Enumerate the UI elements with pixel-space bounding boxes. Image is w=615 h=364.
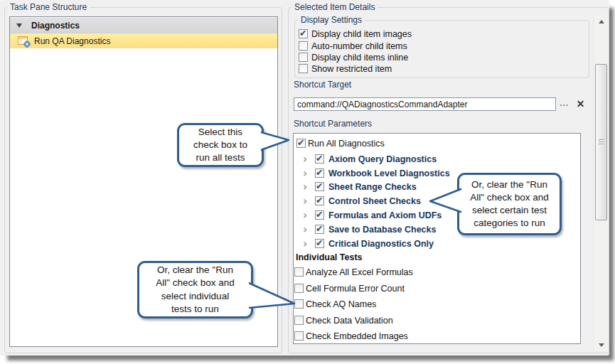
browse-button[interactable]: ... — [560, 98, 569, 108]
checkbox-label: Control Sheet Checks — [328, 196, 421, 206]
checkbox-label: Critical Diagnostics Only — [328, 239, 434, 249]
checkbox[interactable] — [315, 182, 324, 191]
chevron-right-icon[interactable]: › — [303, 197, 311, 205]
tree-item-diagnostics[interactable]: Diagnostics — [10, 18, 277, 33]
checkbox[interactable] — [315, 210, 324, 220]
checkbox-label: Check AQ Names — [306, 299, 376, 309]
tree-item-label: Run QA Diagnostics — [34, 36, 110, 46]
task-pane-structure-label: Task Pane Structure — [7, 2, 90, 12]
param-test-cell-formula-error-count[interactable]: Cell Formula Error Count — [294, 283, 405, 294]
checkbox[interactable] — [296, 139, 306, 148]
callout-categories: Or, clear the "Run All" check box and se… — [457, 173, 562, 235]
checkbox-label: Workbook Level Diagnostics — [328, 168, 450, 178]
chevron-right-icon[interactable]: › — [303, 225, 311, 234]
checkbox[interactable] — [294, 267, 304, 277]
checkbox[interactable] — [294, 316, 304, 325]
param-category-save-to-database-checks[interactable]: › Save to Database Checks — [303, 224, 436, 235]
scroll-down-button[interactable] — [594, 339, 609, 351]
callout-text: Or, clear the "Run All" check box and se… — [156, 264, 235, 315]
param-run-all-diagnostics[interactable]: Run All Diagnostics — [296, 138, 385, 149]
callout-tail-right-icon — [261, 130, 291, 152]
callout-run-all: Select this check box to run all tests — [177, 123, 264, 167]
param-category-sheet-range-checks[interactable]: › Sheet Range Checks — [303, 181, 417, 192]
checkbox-label: Show restricted item — [311, 64, 392, 74]
checkbox[interactable] — [299, 41, 308, 50]
callout-tail-left-icon — [427, 187, 462, 214]
display-settings-label: Display Settings — [298, 15, 365, 25]
checkbox-label: Auto-number child items — [311, 41, 407, 51]
param-category-critical-diagnostics-only[interactable]: › Critical Diagnostics Only — [303, 238, 434, 249]
checkbox-label: Check Data Validation — [306, 316, 393, 326]
individual-tests-header: Individual Tests — [296, 252, 363, 262]
checkbox[interactable] — [299, 29, 308, 38]
param-category-control-sheet-checks[interactable]: › Control Sheet Checks — [303, 196, 421, 206]
checkbox[interactable] — [315, 239, 324, 248]
chevron-right-icon[interactable]: › — [303, 155, 311, 164]
param-category-workbook-level-diagnostics[interactable]: › Workbook Level Diagnostics — [303, 168, 450, 178]
arrow-up-icon — [599, 20, 604, 23]
callout-text: Select this check box to run all tests — [193, 126, 247, 164]
chevron-right-icon[interactable]: › — [303, 169, 311, 178]
param-test-check-data-validation[interactable]: Check Data Validation — [294, 315, 393, 326]
option-show-restricted-item[interactable]: Show restricted item — [299, 63, 392, 74]
shortcut-target-input[interactable] — [294, 97, 556, 111]
checkbox[interactable] — [294, 331, 304, 341]
chevron-right-icon[interactable]: › — [303, 240, 311, 248]
checkbox[interactable] — [299, 64, 308, 73]
checkbox-label: Display child item images — [311, 29, 412, 39]
param-test-analyze-all-excel-formulas[interactable]: Analyze All Excel Formulas — [294, 267, 413, 277]
callout-text: Or, clear the "Run All" check box and se… — [470, 178, 549, 230]
shortcut-parameters-label: Shortcut Parameters — [294, 119, 372, 129]
tree-item-run-qa-diagnostics[interactable]: Run QA Diagnostics — [10, 33, 277, 48]
checkbox[interactable] — [315, 154, 324, 164]
checkbox-label: Formulas and Axiom UDFs — [328, 210, 442, 220]
checkbox-label: Analyze All Excel Formulas — [306, 267, 413, 277]
thumb-grip-icon — [599, 139, 604, 145]
checkbox[interactable] — [315, 225, 324, 234]
param-test-check-embedded-images[interactable]: Check Embedded Images — [294, 331, 408, 341]
chevron-right-icon[interactable]: › — [303, 211, 311, 220]
param-category-axiom-query-diagnostics[interactable]: › Axiom Query Diagnostics — [303, 154, 437, 164]
chevron-right-icon[interactable]: › — [303, 183, 311, 191]
arrow-down-icon — [599, 343, 604, 347]
tree-item-label: Diagnostics — [31, 21, 80, 31]
checkbox-label: Run All Diagnostics — [308, 139, 385, 149]
checkbox[interactable] — [299, 53, 308, 62]
shortcut-target-label: Shortcut Target — [294, 80, 351, 90]
checkbox-label: Check Embedded Images — [306, 331, 408, 341]
selected-item-details-label: Selected Item Details — [292, 2, 378, 12]
option-display-child-item-images[interactable]: Display child item images — [299, 28, 412, 39]
option-auto-number-child-items[interactable]: Auto-number child items — [299, 41, 407, 51]
checkbox-label: Sheet Range Checks — [328, 182, 417, 192]
checkbox[interactable] — [315, 168, 324, 178]
details-scrollbar[interactable] — [593, 16, 609, 351]
scroll-up-button[interactable] — [594, 16, 609, 28]
checkbox-label: Save to Database Checks — [328, 225, 436, 235]
callout-tail-right-icon — [249, 282, 297, 311]
checkbox[interactable] — [315, 196, 324, 205]
scrollbar-thumb[interactable] — [595, 64, 607, 220]
checkbox-label: Cell Formula Error Count — [306, 284, 405, 294]
param-test-check-aq-names[interactable]: Check AQ Names — [294, 299, 376, 309]
checkbox-label: Axiom Query Diagnostics — [328, 154, 437, 164]
collapse-triangle-icon[interactable] — [16, 23, 22, 28]
task-pane-editor: Task Pane Structure Diagnostics Run QA D… — [0, 0, 609, 355]
param-category-formulas-and-axiom-udfs[interactable]: › Formulas and Axiom UDFs — [303, 210, 442, 220]
checkbox-label: Display child items inline — [311, 53, 408, 63]
option-display-child-items-inline[interactable]: Display child items inline — [299, 52, 408, 63]
task-pane-gear-icon — [18, 36, 28, 46]
callout-individual-tests: Or, clear the "Run All" check box and se… — [137, 261, 253, 318]
